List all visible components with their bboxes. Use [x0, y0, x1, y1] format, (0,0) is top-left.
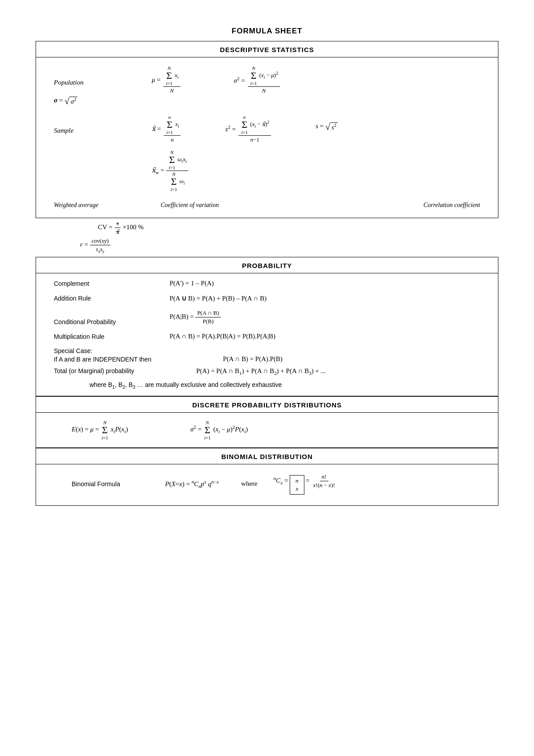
binomial-label: Binomial Formula — [72, 480, 152, 488]
r-formula: r = cov(xy) sxsy — [80, 241, 110, 248]
total-prob-label: Total (or Marginal) probability — [54, 367, 192, 374]
sample-label: Sample — [54, 127, 73, 134]
addition-rule-formula: P(A ∪ B) = P(A) + P(B) – P(A ∩ B) — [170, 294, 267, 302]
xbar-symbol: x̄ = — [152, 125, 161, 133]
s2-symbol: s2 = — [225, 124, 236, 133]
binomial-header: BINOMIAL DISTRIBUTION — [36, 448, 498, 464]
mu-symbol: μ = — [152, 76, 161, 84]
discrete-section: DISCRETE PROBABILITY DISTRIBUTIONS E(x) … — [36, 396, 498, 448]
expected-value-formula: E(x) = μ = N Σ i=1 xiP(xi) — [72, 420, 128, 440]
binomial-formula: P(X=x) = nCxpx qn−x — [165, 479, 219, 489]
binomial-where: where — [241, 480, 258, 488]
independent-formula: P(A ∩ B) = P(A).P(B) — [223, 355, 283, 363]
addition-rule-label: Addition Rule — [54, 295, 170, 302]
probability-section: PROBABILITY Complement P(A') = 1 – P(A) … — [36, 257, 498, 396]
weighted-label: Weighted average — [54, 202, 98, 208]
sigma-sqrt-formula: σ = √ σ2 — [54, 97, 77, 104]
xbar-formula: n Σ i=1 xi n — [164, 114, 181, 143]
multiplication-formula: P(A ∩ B) = P(A).P(B|A) = P(B).P(A|B) — [170, 333, 275, 340]
sigma2-pop-symbol: σ2 = — [234, 76, 245, 85]
independent-label: If A and B are INDEPENDENT then — [54, 356, 205, 363]
conditional-formula: P(A|B) = P(A ∩ B) P(B) — [170, 309, 221, 325]
discrete-variance-formula: σ2 = N Σ i=1 (xi − μ)2P(xi) — [190, 420, 248, 440]
s2-formula: n Σ i=1 (xi − x̄)2 n−1 — [239, 114, 271, 143]
mu-formula: N Σ i=1 xi N — [163, 65, 181, 94]
total-prob-formula: P(A) = P(A ∩ B1) + P(A ∩ B2) + P(A ∩ B3)… — [196, 367, 326, 376]
s-sqrt-formula: s = √ s2 — [316, 122, 338, 131]
corr-label: Correlation coefficient — [424, 202, 480, 208]
page-title: FORMULA SHEET — [36, 27, 498, 36]
conditional-label: Conditional Probability — [54, 309, 170, 325]
special-case-label: Special Case: — [54, 347, 170, 354]
descriptive-header: DESCRIPTIVE STATISTICS — [36, 41, 498, 57]
discrete-header: DISCRETE PROBABILITY DISTRIBUTIONS — [36, 397, 498, 413]
cv-label: Coefficient of variation — [161, 202, 219, 208]
multiplication-label: Multiplication Rule — [54, 333, 170, 340]
probability-header: PROBABILITY — [36, 257, 498, 273]
binomial-nc-formula: nCx = n x = n! x!(n − x)! — [273, 473, 336, 495]
cv-formula: CV = s x̄ ×100 % — [98, 224, 144, 231]
binomial-section: BINOMIAL DISTRIBUTION Binomial Formula P… — [36, 448, 498, 506]
weighted-avg-formula: x̄w = N Σ i=1 ωixi — [152, 150, 188, 192]
complement-label: Complement — [54, 280, 170, 287]
descriptive-statistics-section: DESCRIPTIVE STATISTICS Population μ = N … — [36, 41, 498, 218]
sigma2-pop-formula: N Σ i=1 (xi − μ)2 N — [248, 65, 280, 94]
population-label: Population — [54, 79, 84, 86]
complement-formula: P(A') = 1 – P(A) — [170, 280, 214, 287]
where-text: where B1, B2, B3 … are mutually exclusiv… — [89, 381, 282, 390]
